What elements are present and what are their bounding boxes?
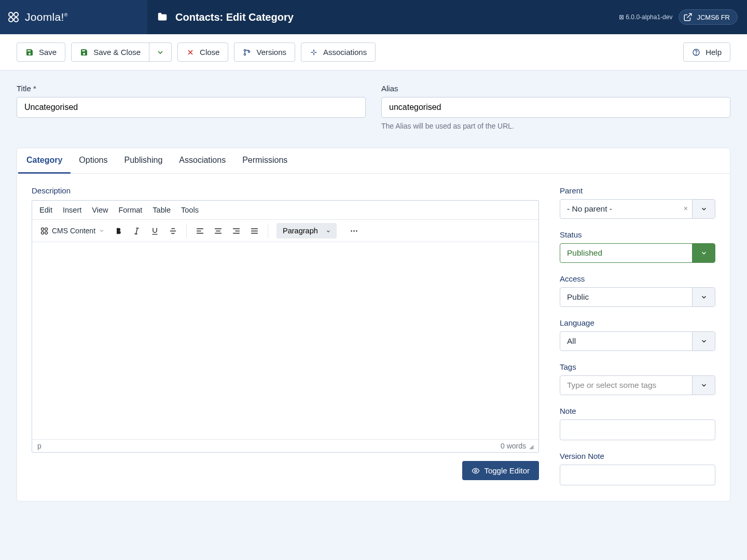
tabs: Category Options Publishing Associations… bbox=[17, 148, 730, 174]
language-select[interactable]: All bbox=[560, 331, 715, 351]
menu-table[interactable]: Table bbox=[153, 206, 171, 214]
header-right: ⊠ 6.0.0-alpha1-dev JCMS6 FR bbox=[619, 0, 747, 34]
svg-point-5 bbox=[244, 53, 246, 55]
chevron-down-icon[interactable] bbox=[692, 200, 715, 218]
help-button[interactable]: Help bbox=[683, 43, 730, 62]
svg-point-2 bbox=[9, 18, 13, 22]
help-icon bbox=[692, 48, 700, 57]
strike-button[interactable] bbox=[165, 224, 181, 238]
description-label: Description bbox=[32, 186, 539, 195]
menu-insert[interactable]: Insert bbox=[63, 206, 81, 214]
versions-button[interactable]: Versions bbox=[234, 43, 295, 62]
editor-toolbar: CMS Content Par bbox=[32, 219, 538, 242]
save-close-button[interactable]: Save & Close bbox=[71, 43, 149, 62]
app-header: Joomla!® Contacts: Edit Category ⊠ 6.0.0… bbox=[0, 0, 747, 34]
chevron-down-icon bbox=[99, 228, 105, 234]
svg-point-16 bbox=[475, 470, 477, 472]
resize-handle[interactable]: ◢ bbox=[529, 443, 533, 450]
align-justify-button[interactable] bbox=[246, 224, 262, 238]
svg-point-3 bbox=[14, 18, 18, 22]
clear-icon[interactable]: × bbox=[680, 200, 692, 218]
language-label: Language bbox=[560, 318, 715, 327]
svg-point-11 bbox=[41, 231, 44, 234]
save-button[interactable]: Save bbox=[17, 43, 65, 62]
more-button[interactable] bbox=[346, 224, 362, 238]
brand-label: Joomla!® bbox=[25, 11, 68, 23]
toggle-editor-button[interactable]: Toggle Editor bbox=[462, 461, 539, 480]
joomla-icon bbox=[40, 227, 49, 235]
align-right-button[interactable] bbox=[228, 224, 244, 238]
close-button[interactable]: Close bbox=[177, 43, 228, 62]
editor: Edit Insert View Format Table Tools CMS … bbox=[32, 200, 539, 453]
access-select[interactable]: Public bbox=[560, 287, 715, 307]
editor-menubar: Edit Insert View Format Table Tools bbox=[32, 201, 538, 219]
svg-point-12 bbox=[45, 231, 48, 234]
tab-options[interactable]: Options bbox=[71, 148, 116, 173]
tab-publishing[interactable]: Publishing bbox=[116, 148, 171, 173]
tab-associations[interactable]: Associations bbox=[171, 148, 234, 173]
underline-icon bbox=[150, 227, 159, 235]
editor-status: p 0 words◢ bbox=[32, 439, 538, 452]
editor-path[interactable]: p bbox=[37, 442, 42, 450]
italic-button[interactable] bbox=[129, 224, 145, 238]
parent-label: Parent bbox=[560, 186, 715, 195]
access-label: Access bbox=[560, 274, 715, 283]
align-left-button[interactable] bbox=[192, 224, 208, 238]
note-input[interactable] bbox=[560, 419, 715, 440]
underline-button[interactable] bbox=[147, 224, 163, 238]
chevron-down-icon[interactable] bbox=[692, 376, 715, 395]
title-input[interactable] bbox=[17, 97, 366, 118]
tags-select[interactable]: Type or select some tags bbox=[560, 375, 715, 395]
cms-content-dropdown[interactable]: CMS Content bbox=[36, 224, 108, 238]
menu-format[interactable]: Format bbox=[118, 206, 142, 214]
more-icon bbox=[350, 227, 358, 235]
version-note-label: Version Note bbox=[560, 452, 715, 460]
chevron-down-icon[interactable] bbox=[692, 244, 715, 262]
menu-edit[interactable]: Edit bbox=[39, 206, 52, 214]
svg-point-9 bbox=[41, 228, 44, 230]
toolbar: Save Save & Close Close Versions Associa… bbox=[0, 34, 747, 71]
save-icon bbox=[25, 48, 34, 57]
alias-input[interactable] bbox=[381, 97, 730, 118]
align-center-button[interactable] bbox=[210, 224, 226, 238]
svg-point-10 bbox=[45, 228, 48, 230]
svg-point-8 bbox=[696, 53, 697, 54]
svg-point-4 bbox=[244, 49, 246, 51]
external-link-icon bbox=[683, 12, 693, 22]
word-count: 0 words bbox=[501, 442, 526, 450]
alias-hint: The Alias will be used as part of the UR… bbox=[381, 122, 730, 130]
editor-content[interactable] bbox=[32, 242, 538, 439]
svg-point-1 bbox=[14, 12, 18, 17]
title-label: Title * bbox=[17, 84, 366, 93]
save-icon bbox=[80, 48, 88, 57]
save-close-dropdown[interactable] bbox=[149, 43, 172, 62]
close-icon bbox=[186, 48, 195, 57]
align-justify-icon bbox=[250, 227, 259, 235]
menu-view[interactable]: View bbox=[92, 206, 108, 214]
align-right-icon bbox=[232, 227, 241, 235]
tab-category[interactable]: Category bbox=[18, 148, 71, 174]
tab-permissions[interactable]: Permissions bbox=[234, 148, 296, 173]
chevron-down-icon[interactable] bbox=[692, 332, 715, 351]
bold-icon bbox=[114, 227, 123, 235]
status-select[interactable]: Published bbox=[560, 243, 715, 263]
italic-icon bbox=[132, 227, 141, 235]
bold-button[interactable] bbox=[110, 224, 127, 238]
associations-button[interactable]: Associations bbox=[301, 43, 376, 62]
folder-icon bbox=[157, 11, 168, 23]
svg-point-13 bbox=[351, 230, 352, 232]
joomla-icon bbox=[7, 11, 20, 23]
align-left-icon bbox=[196, 227, 204, 235]
version-note-input[interactable] bbox=[560, 465, 715, 485]
site-badge[interactable]: JCMS6 FR bbox=[679, 9, 738, 25]
menu-tools[interactable]: Tools bbox=[181, 206, 199, 214]
svg-point-14 bbox=[353, 230, 355, 232]
content-card: Category Options Publishing Associations… bbox=[17, 148, 730, 501]
brand-block[interactable]: Joomla!® bbox=[0, 0, 147, 34]
version-text: ⊠ 6.0.0-alpha1-dev bbox=[619, 13, 672, 21]
eye-icon bbox=[472, 467, 480, 475]
block-select[interactable]: Paragraph bbox=[276, 223, 337, 239]
chevron-down-icon[interactable] bbox=[692, 288, 715, 306]
svg-point-0 bbox=[9, 12, 13, 17]
parent-select[interactable]: - No parent - × bbox=[560, 199, 715, 219]
